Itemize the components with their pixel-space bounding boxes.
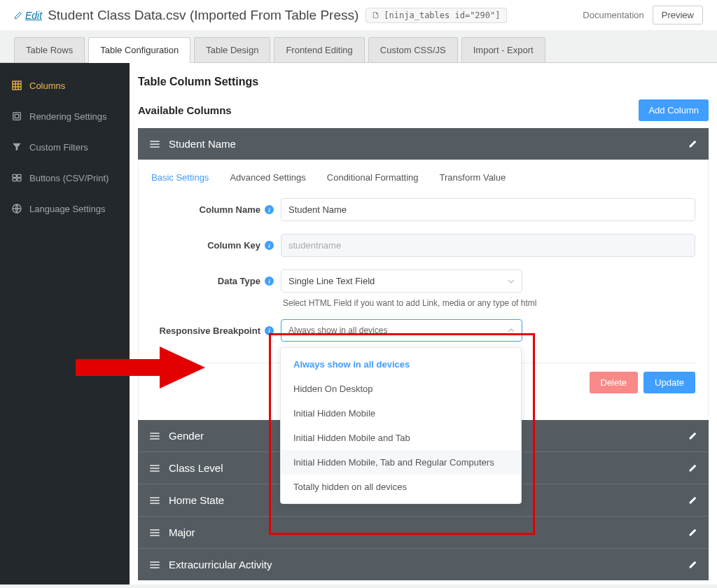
update-button[interactable]: Update xyxy=(643,372,695,393)
tab-import-export[interactable]: Import - Export xyxy=(461,37,545,62)
column-bar-student-name[interactable]: Student Name xyxy=(138,128,709,160)
language-icon xyxy=(11,203,22,214)
data-type-value: Single Line Text Field xyxy=(288,276,375,286)
sub-tab-basic[interactable]: Basic Settings xyxy=(151,172,209,183)
arrow-annotation xyxy=(76,346,205,388)
column-bar-label: Extracurricular Activity xyxy=(169,559,680,570)
breakpoint-select[interactable]: Always show in all devices xyxy=(281,319,522,342)
chevron-up-icon xyxy=(508,328,515,332)
edit-icon[interactable] xyxy=(688,528,697,537)
chevron-down-icon xyxy=(508,279,515,284)
sidebar-item-label: Buttons (CSV/Print) xyxy=(29,173,109,183)
dropdown-option[interactable]: Initial Hidden Mobile xyxy=(281,401,521,426)
sidebar-item-columns[interactable]: Columns xyxy=(0,70,130,101)
tab-table-rows[interactable]: Table Rows xyxy=(14,37,85,62)
tab-custom-css-js[interactable]: Custom CSS/JS xyxy=(368,37,458,62)
column-name-input[interactable] xyxy=(281,198,695,221)
data-type-label: Data Type i xyxy=(151,276,274,286)
tab-table-configuration[interactable]: Table Configuration xyxy=(88,37,190,63)
breakpoint-value: Always show in all devices xyxy=(288,326,387,335)
svg-rect-9 xyxy=(13,178,16,181)
sidebar-item-label: Language Settings xyxy=(29,204,105,214)
sidebar-item-buttons[interactable]: Buttons (CSV/Print) xyxy=(0,162,130,193)
shortcode-text: [ninja_tables id="290"] xyxy=(384,10,500,20)
dropdown-option[interactable]: Totally hidden on all devices xyxy=(281,475,521,499)
sub-tab-advanced[interactable]: Advanced Settings xyxy=(230,172,305,183)
svg-marker-30 xyxy=(76,346,205,388)
column-sub-tabs: Basic Settings Advanced Settings Conditi… xyxy=(151,172,695,183)
sidebar-item-label: Custom Filters xyxy=(29,142,88,153)
column-settings-panel: Basic Settings Advanced Settings Conditi… xyxy=(138,160,709,417)
info-icon[interactable]: i xyxy=(265,205,274,214)
svg-rect-7 xyxy=(13,174,16,177)
sidebar-item-label: Columns xyxy=(29,80,65,91)
info-icon[interactable]: i xyxy=(265,326,274,335)
dropdown-option[interactable]: Always show in all devices xyxy=(281,352,521,377)
svg-rect-6 xyxy=(15,114,18,118)
svg-rect-5 xyxy=(13,113,21,120)
add-column-button[interactable]: Add Column xyxy=(639,99,709,121)
columns-icon xyxy=(11,80,22,91)
shortcode-box[interactable]: [ninja_tables id="290"] xyxy=(366,8,506,23)
buttons-icon xyxy=(11,172,22,183)
dropdown-option[interactable]: Initial Hidden Mobile and Tab xyxy=(281,426,521,450)
data-type-help: Select HTML Field if you want to add Lin… xyxy=(283,298,695,308)
sidebar-item-language[interactable]: Language Settings xyxy=(0,193,130,224)
column-bar-extracurricular[interactable]: Extracurricular Activity xyxy=(138,548,709,580)
sub-tab-transform[interactable]: Transform Value xyxy=(440,172,506,183)
cog-icon xyxy=(11,111,22,122)
drag-handle-icon[interactable] xyxy=(149,560,160,570)
column-name-label: Column Name i xyxy=(151,204,274,215)
sidebar: Columns Rendering Settings Custom Filter… xyxy=(0,63,130,584)
drag-handle-icon[interactable] xyxy=(149,139,160,149)
column-bar-label: Major xyxy=(169,526,680,538)
edit-icon[interactable] xyxy=(688,431,697,440)
content-area: Table Column Settings Available Columns … xyxy=(130,63,717,584)
drag-handle-icon[interactable] xyxy=(149,431,160,441)
sidebar-item-label: Rendering Settings xyxy=(29,111,107,122)
edit-icon[interactable] xyxy=(688,560,697,569)
column-bar-major[interactable]: Major xyxy=(138,516,709,548)
sub-tab-conditional[interactable]: Conditional Formatting xyxy=(327,172,419,183)
info-icon[interactable]: i xyxy=(265,276,274,286)
drag-handle-icon[interactable] xyxy=(149,463,160,473)
page-header: Edit Student Class Data.csv (Imported Fr… xyxy=(0,0,717,30)
sidebar-item-rendering[interactable]: Rendering Settings xyxy=(0,101,130,132)
edit-link[interactable]: Edit xyxy=(14,10,42,21)
pencil-icon xyxy=(14,11,22,20)
delete-button[interactable]: Delete xyxy=(590,372,639,393)
main-tabs: Table Rows Table Configuration Table Des… xyxy=(0,37,717,62)
breakpoint-dropdown: Always show in all devices Hidden On Des… xyxy=(280,347,522,504)
svg-rect-10 xyxy=(18,178,21,181)
column-bar-label: Student Name xyxy=(169,138,680,150)
svg-rect-8 xyxy=(18,174,21,177)
dropdown-option[interactable]: Initial Hidden Mobile, Tab and Regular C… xyxy=(281,450,521,475)
file-icon xyxy=(372,10,380,20)
svg-rect-0 xyxy=(13,81,21,90)
documentation-link[interactable]: Documentation xyxy=(583,10,643,20)
column-key-input xyxy=(281,234,695,257)
column-key-label: Column Key i xyxy=(151,240,274,251)
info-icon[interactable]: i xyxy=(265,241,274,250)
filter-icon xyxy=(11,141,22,153)
section-title: Table Column Settings xyxy=(138,76,709,88)
page-title: Student Class Data.csv (Imported From Ta… xyxy=(48,8,358,23)
tab-frontend-editing[interactable]: Frontend Editing xyxy=(274,37,364,62)
dropdown-option[interactable]: Hidden On Desktop xyxy=(281,377,521,401)
edit-link-text: Edit xyxy=(25,10,42,21)
tab-table-design[interactable]: Table Design xyxy=(194,37,270,62)
edit-icon[interactable] xyxy=(688,496,697,505)
sidebar-item-custom-filters[interactable]: Custom Filters xyxy=(0,132,130,162)
edit-icon[interactable] xyxy=(688,139,697,148)
available-columns-title: Available Columns xyxy=(138,104,232,116)
preview-button[interactable]: Preview xyxy=(653,6,703,24)
edit-icon[interactable] xyxy=(688,463,697,472)
data-type-select[interactable]: Single Line Text Field xyxy=(281,270,522,293)
drag-handle-icon[interactable] xyxy=(149,496,160,505)
breakpoint-label: Responsive Breakpoint i xyxy=(151,326,274,336)
drag-handle-icon[interactable] xyxy=(149,528,160,538)
